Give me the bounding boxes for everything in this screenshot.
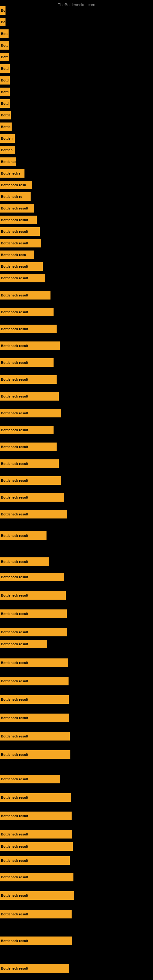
bar-label-38: Bottleneck result bbox=[0, 531, 46, 540]
bar-label-51: Bottleneck result bbox=[0, 775, 60, 783]
bar-row-20: Bottleneck result bbox=[0, 239, 41, 247]
bar-row-0: Bo bbox=[0, 6, 5, 15]
bar-row-33: Bottleneck result bbox=[0, 442, 57, 451]
bar-label-61: Bottleneck result bbox=[0, 964, 69, 973]
bar-label-2: Bott bbox=[0, 29, 9, 38]
bar-row-10: Bottle bbox=[0, 123, 12, 131]
bar-row-18: Bottleneck result bbox=[0, 216, 37, 224]
bar-row-52: Bottleneck result bbox=[0, 793, 71, 802]
bar-row-2: Bott bbox=[0, 29, 9, 38]
bar-row-21: Bottleneck resu bbox=[0, 250, 34, 259]
bar-label-60: Bottleneck result bbox=[0, 937, 72, 945]
bar-row-12: Bottlen bbox=[0, 146, 15, 154]
bar-label-28: Bottleneck result bbox=[0, 358, 54, 367]
bar-label-33: Bottleneck result bbox=[0, 442, 57, 451]
bar-label-54: Bottleneck result bbox=[0, 830, 72, 838]
bar-label-35: Bottleneck result bbox=[0, 476, 61, 485]
bar-label-12: Bottlen bbox=[0, 146, 15, 154]
site-title: TheBottlenecker.com bbox=[0, 0, 153, 8]
bar-row-61: Bottleneck result bbox=[0, 964, 69, 973]
bar-row-31: Bottleneck result bbox=[0, 409, 61, 417]
bar-label-6: Bottl bbox=[0, 76, 10, 84]
bar-label-47: Bottleneck result bbox=[0, 695, 69, 704]
bar-label-13: Bottlenec bbox=[0, 158, 16, 166]
bar-row-60: Bottleneck result bbox=[0, 937, 72, 945]
bar-row-59: Bottleneck result bbox=[0, 910, 72, 918]
bar-row-40: Bottleneck result bbox=[0, 573, 64, 581]
bar-label-55: Bottleneck result bbox=[0, 842, 73, 851]
bar-label-19: Bottleneck result bbox=[0, 227, 40, 236]
bar-row-24: Bottleneck result bbox=[0, 291, 51, 299]
bar-label-9: Bottle bbox=[0, 111, 11, 119]
bar-row-16: Bottleneck re bbox=[0, 192, 30, 201]
bar-label-49: Bottleneck result bbox=[0, 732, 70, 740]
bar-row-51: Bottleneck result bbox=[0, 775, 60, 783]
bar-label-1: Bo bbox=[0, 18, 5, 26]
bar-label-57: Bottleneck result bbox=[0, 873, 73, 881]
bar-row-3: Bott bbox=[0, 41, 9, 49]
bar-label-0: Bo bbox=[0, 6, 5, 15]
bar-row-1: Bo bbox=[0, 18, 5, 26]
bar-label-36: Bottleneck result bbox=[0, 493, 64, 502]
bar-label-10: Bottle bbox=[0, 123, 12, 131]
bar-row-5: Bottl bbox=[0, 64, 10, 73]
bar-label-21: Bottleneck resu bbox=[0, 250, 34, 259]
bar-label-7: Bottl bbox=[0, 88, 10, 96]
bar-label-18: Bottleneck result bbox=[0, 216, 37, 224]
bar-label-8: Bottl bbox=[0, 99, 10, 108]
bar-label-41: Bottleneck result bbox=[0, 591, 66, 600]
bar-row-45: Bottleneck result bbox=[0, 659, 68, 667]
bar-row-27: Bottleneck result bbox=[0, 342, 60, 350]
bar-row-54: Bottleneck result bbox=[0, 830, 72, 838]
bar-label-44: Bottleneck result bbox=[0, 640, 47, 648]
bar-row-8: Bottl bbox=[0, 99, 10, 108]
bar-label-16: Bottleneck re bbox=[0, 192, 30, 201]
bar-row-29: Bottleneck result bbox=[0, 375, 57, 384]
bar-row-11: Bottlen bbox=[0, 134, 15, 143]
bar-label-22: Bottleneck result bbox=[0, 262, 43, 271]
bar-row-46: Bottleneck result bbox=[0, 677, 69, 686]
bar-label-5: Bottl bbox=[0, 64, 10, 73]
bar-row-47: Bottleneck result bbox=[0, 695, 69, 704]
bar-row-50: Bottleneck result bbox=[0, 750, 70, 759]
bar-row-25: Bottleneck result bbox=[0, 308, 54, 317]
bar-row-13: Bottlenec bbox=[0, 158, 16, 166]
bar-row-22: Bottleneck result bbox=[0, 262, 43, 271]
bar-row-35: Bottleneck result bbox=[0, 476, 61, 485]
bar-row-15: Bottleneck resu bbox=[0, 181, 32, 189]
bar-label-30: Bottleneck result bbox=[0, 392, 59, 401]
bar-label-23: Bottleneck result bbox=[0, 274, 45, 282]
bar-row-43: Bottleneck result bbox=[0, 628, 67, 636]
bar-row-41: Bottleneck result bbox=[0, 591, 66, 600]
bar-row-48: Bottleneck result bbox=[0, 714, 69, 722]
bar-row-26: Bottleneck result bbox=[0, 325, 57, 333]
bar-label-53: Bottleneck result bbox=[0, 811, 72, 820]
bar-row-42: Bottleneck result bbox=[0, 609, 67, 618]
bar-row-4: Bott bbox=[0, 52, 9, 61]
bar-row-30: Bottleneck result bbox=[0, 392, 59, 401]
bar-label-45: Bottleneck result bbox=[0, 659, 68, 667]
bar-label-37: Bottleneck result bbox=[0, 510, 67, 519]
bar-row-14: Bottleneck r bbox=[0, 169, 24, 178]
bar-label-42: Bottleneck result bbox=[0, 609, 67, 618]
bar-row-37: Bottleneck result bbox=[0, 510, 67, 519]
bar-label-59: Bottleneck result bbox=[0, 910, 72, 918]
bar-label-58: Bottleneck result bbox=[0, 891, 74, 900]
bar-label-3: Bott bbox=[0, 41, 9, 49]
bar-row-36: Bottleneck result bbox=[0, 493, 64, 502]
bar-row-6: Bottl bbox=[0, 76, 10, 84]
bar-label-46: Bottleneck result bbox=[0, 677, 69, 686]
bar-row-44: Bottleneck result bbox=[0, 640, 47, 648]
bar-label-17: Bottleneck result bbox=[0, 204, 33, 213]
bar-label-56: Bottleneck result bbox=[0, 856, 70, 865]
bar-row-39: Bottleneck result bbox=[0, 557, 49, 566]
bar-label-11: Bottlen bbox=[0, 134, 15, 143]
bar-row-38: Bottleneck result bbox=[0, 531, 46, 540]
bar-row-58: Bottleneck result bbox=[0, 891, 74, 900]
bar-label-29: Bottleneck result bbox=[0, 375, 57, 384]
bar-label-25: Bottleneck result bbox=[0, 308, 54, 317]
bar-row-34: Bottleneck result bbox=[0, 460, 59, 468]
bar-label-4: Bott bbox=[0, 52, 9, 61]
bar-row-49: Bottleneck result bbox=[0, 732, 70, 740]
bar-row-17: Bottleneck result bbox=[0, 204, 33, 213]
